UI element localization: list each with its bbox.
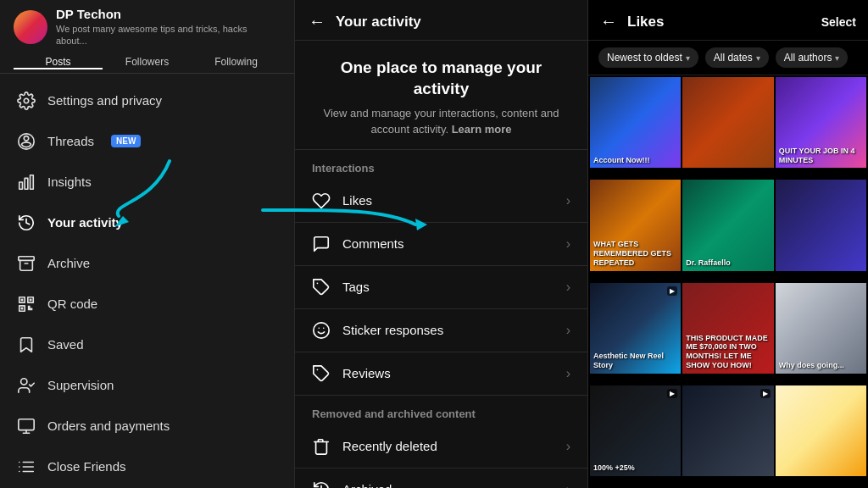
svg-rect-2 — [25, 178, 28, 189]
archive-icon — [17, 254, 36, 273]
activity-item-label: Tags — [342, 280, 554, 294]
activity-item-label: Archived — [342, 482, 554, 488]
filter-dates[interactable]: All dates▾ — [705, 47, 769, 68]
svg-rect-1 — [19, 182, 23, 189]
sidebar-item-saved[interactable]: Saved — [0, 324, 294, 365]
bookmark-icon — [17, 336, 36, 354]
grid-item-text: Aesthetic New Reel Story — [593, 352, 677, 370]
profile-header: DP Techon We post many awesome tips and … — [0, 0, 294, 74]
likes-grid: Account Now!!!QUIT YOUR JOB IN 4 MINUTES… — [588, 75, 868, 488]
filter-sort[interactable]: Newest to oldest▾ — [598, 47, 698, 68]
middle-panel: ← Your activity One place to manage your… — [294, 0, 588, 488]
chevron-down-icon: ▾ — [756, 53, 760, 63]
chevron-right-icon: › — [566, 236, 570, 252]
svg-rect-8 — [21, 298, 24, 301]
sidebar-item-archive[interactable]: Archive — [0, 243, 294, 284]
sidebar-item-label: Your activity — [47, 215, 123, 230]
svg-rect-9 — [30, 298, 32, 301]
heart-icon — [312, 191, 331, 210]
grid-item[interactable] — [776, 180, 866, 270]
right-panel: ← Likes Select Newest to oldest▾All date… — [588, 0, 868, 488]
gear-icon — [17, 92, 36, 110]
svg-rect-3 — [31, 175, 34, 189]
grid-item-text: 100% +25% — [593, 463, 677, 473]
sidebar-item-label: Orders and payments — [47, 419, 170, 433]
menu-list: Settings and privacy Threads NEW Insight… — [0, 74, 294, 488]
sidebar-item-qr-code[interactable]: QR code — [0, 284, 294, 324]
chevron-right-icon: › — [566, 439, 570, 454]
removed-item-recently-deleted[interactable]: Recently deleted › — [295, 425, 587, 469]
sidebar-item-insights[interactable]: Insights — [0, 162, 294, 202]
svg-rect-10 — [21, 307, 24, 309]
stat-posts[interactable]: Posts — [14, 56, 103, 69]
removed-label: Removed and archived content — [295, 396, 587, 425]
chevron-right-icon: › — [566, 280, 570, 295]
qr-icon — [17, 295, 36, 313]
grid-item[interactable]: WHAT GETS REMEMBERED GETS REPEATED — [590, 180, 681, 270]
grid-item-text: Dr. Raffaello — [686, 258, 770, 268]
sidebar-item-label: Insights — [47, 175, 92, 189]
grid-item-text: WHAT GETS REMEMBERED GETS REPEATED — [593, 240, 677, 267]
avatar — [14, 10, 47, 44]
sidebar-item-label: Threads — [47, 134, 94, 148]
sidebar-item-orders[interactable]: Orders and payments — [0, 406, 294, 446]
likes-back-button[interactable]: ← — [600, 12, 617, 31]
svg-rect-12 — [19, 419, 34, 430]
select-button[interactable]: Select — [821, 15, 856, 29]
activity-hero-title: One place to manage your activity — [312, 58, 570, 99]
activity-item-label: Recently deleted — [342, 439, 554, 453]
grid-item-text: QUIT YOUR JOB IN 4 MINUTES — [779, 147, 863, 165]
activity-item-reviews[interactable]: Reviews › — [295, 352, 587, 396]
clock-rotate-icon — [17, 214, 36, 232]
sidebar-item-your-activity[interactable]: Your activity — [0, 202, 294, 243]
activity-hero: One place to manage your activity View a… — [295, 41, 587, 150]
grid-item[interactable]: Why does going... — [776, 283, 866, 374]
tag-heart-icon — [312, 364, 331, 383]
grid-item[interactable]: Aesthetic New Reel Story▶ — [590, 283, 681, 374]
likes-title: Likes — [627, 14, 811, 30]
removed-item-archived[interactable]: Archived › — [295, 469, 587, 488]
likes-header: ← Likes Select — [588, 0, 868, 41]
chevron-right-icon: › — [566, 366, 570, 381]
activity-item-label: Sticker responses — [342, 323, 554, 337]
sidebar-item-label: Supervision — [47, 378, 114, 392]
orders-icon — [17, 417, 36, 435]
sidebar-item-threads[interactable]: Threads NEW — [0, 121, 294, 162]
activity-item-sticker-responses[interactable]: Sticker responses › — [295, 309, 587, 352]
grid-item[interactable] — [776, 385, 866, 476]
grid-item[interactable]: Account Now!!! — [590, 77, 681, 168]
stat-following[interactable]: Following — [192, 56, 281, 69]
left-panel: DP Techon We post many awesome tips and … — [0, 0, 294, 488]
activity-item-comments[interactable]: Comments › — [295, 223, 587, 266]
stat-followers[interactable]: Followers — [103, 56, 192, 69]
activity-item-likes[interactable]: Likes › — [295, 180, 587, 223]
threads-icon — [17, 132, 36, 151]
sidebar-item-settings[interactable]: Settings and privacy — [0, 80, 294, 121]
grid-item[interactable]: ▶ — [682, 385, 773, 476]
sidebar-item-label: Settings and privacy — [47, 93, 162, 108]
comment-icon — [312, 235, 331, 253]
trash-icon — [312, 437, 331, 456]
chevron-right-icon: › — [566, 323, 570, 338]
grid-item[interactable]: THIS PRODUCT MADE ME $70,000 IN TWO MONT… — [682, 283, 773, 374]
sidebar-item-label: Close Friends — [47, 459, 126, 474]
grid-item[interactable]: QUIT YOUR JOB IN 4 MINUTES — [776, 77, 866, 168]
profile-name: DP Techon — [56, 7, 281, 21]
person-check-icon — [17, 376, 36, 395]
sidebar-item-close-friends[interactable]: Close Friends — [0, 446, 294, 487]
back-button[interactable]: ← — [309, 12, 326, 31]
activity-item-label: Comments — [342, 236, 554, 251]
video-badge: ▶ — [667, 286, 677, 296]
sidebar-item-supervision[interactable]: Supervision — [0, 365, 294, 406]
grid-item[interactable] — [682, 77, 773, 168]
filter-authors[interactable]: All authors▾ — [776, 47, 849, 68]
grid-item[interactable]: Dr. Raffaello — [682, 180, 773, 270]
activity-item-tags[interactable]: Tags › — [295, 266, 587, 309]
activity-hero-sub: View and manage your interactions, conte… — [312, 106, 570, 136]
grid-item[interactable]: 100% +25%▶ — [590, 385, 681, 476]
learn-more-link[interactable]: Learn more — [452, 123, 512, 136]
sidebar-item-label: QR code — [47, 297, 97, 311]
tag-icon — [312, 278, 331, 297]
list-icon — [17, 458, 36, 476]
svg-point-0 — [24, 98, 29, 103]
